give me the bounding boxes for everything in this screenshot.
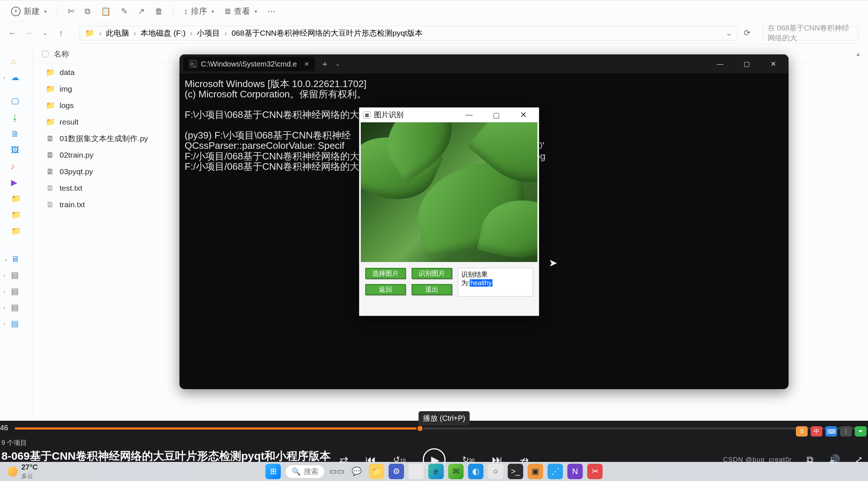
drive-icon[interactable]: ▤ [11,303,19,312]
maximize-button[interactable]: ▢ [735,54,758,73]
paste-icon[interactable]: 📋 [101,7,111,16]
app-icon[interactable]: ○ [488,464,504,479]
result-prefix: 为: [461,279,470,287]
folder-icon: 📁 [46,101,54,110]
badge-icon[interactable]: ⋮ [840,426,852,437]
chevron-down-icon: ▾ [44,8,47,14]
badge-icon[interactable]: 中 [811,426,822,437]
sort-label: 排序 [191,6,207,17]
app-icon[interactable]: ▣ [528,464,543,479]
folder-icon[interactable]: 📁 [11,210,21,220]
result-value: healthy [470,279,492,287]
copy-icon[interactable]: ⧉ [85,7,90,16]
badge-icon[interactable]: ⏷ [855,426,867,437]
wechat-icon[interactable]: ✉ [448,464,464,479]
taskview-icon[interactable]: ▭▭ [329,464,345,479]
progress-bar[interactable]: 46 播放 (Ctrl+P) [0,421,868,430]
checkbox[interactable] [42,51,49,57]
close-tab-icon[interactable]: ✕ [304,61,309,68]
drive-icon[interactable]: ▤ [11,287,19,296]
progress-knob[interactable] [416,425,424,432]
chevron-down-icon[interactable]: ⌄ [335,61,340,67]
explorer-icon[interactable]: 📁 [369,464,384,479]
delete-icon[interactable]: 🗑 [155,7,163,16]
crumb-dir2[interactable]: 068基于CNN卷积神经网络的大豆叶片形态检测pyqt版本 [231,28,422,38]
badge-icon[interactable]: ⌨ [825,426,837,437]
share-icon[interactable]: ↗ [138,7,145,16]
play-tooltip: 播放 (Ctrl+P) [419,411,470,426]
terminal-icon[interactable]: >_ [508,464,523,479]
drive-icon[interactable]: ▤ [11,270,19,280]
recognize-button[interactable]: 识别图片 [412,268,452,279]
sort-asc-icon[interactable]: ▲ [855,51,861,57]
desktop-icon[interactable]: 🖵 [11,97,19,107]
rename-icon[interactable]: ✎ [121,7,128,16]
downloads-icon[interactable]: ⭳ [11,113,19,123]
chevron-right-icon[interactable]: › [4,305,8,311]
result-textbox[interactable]: 识别结果 为:healthy [458,268,533,297]
breadcrumb[interactable]: 📁 › 此电脑 › 本地磁盘 (F:) › 小项目 › 068基于CNN卷积神经… [79,26,738,40]
chevron-right-icon[interactable]: › [4,272,8,278]
thispc-icon[interactable]: 🖥 [11,254,19,264]
music-icon[interactable]: ♪ [11,162,15,171]
onedrive-icon[interactable]: ☁ [11,73,19,82]
weather-widget[interactable]: 27°C 多云 [7,463,38,480]
drive-icon[interactable]: ▤ [11,319,19,329]
left-nav-rail[interactable]: ⌂ ›☁ 🖵 ⭳ 🗎 🖼 ♪ ▶ 📁 📁 📁 ⌄🖥 ›▤ ›▤ ›▤ ›▤ [0,44,33,421]
search-label: 搜索 [304,467,319,477]
minimize-button[interactable]: — [457,111,481,119]
home-icon[interactable]: ⌂ [11,57,16,66]
back-icon[interactable]: ← [7,28,18,38]
app-icon[interactable]: ◐ [468,464,484,479]
terminal-titlebar[interactable]: >_ C:\Windows\System32\cmd.e ✕ ＋ ⌄ — ▢ ✕ [179,54,789,73]
chevron-right-icon[interactable]: › [4,321,8,327]
more-icon[interactable]: ⋯ [267,7,275,16]
folder-icon[interactable]: 📁 [11,194,21,204]
start-icon[interactable]: ⊞ [266,464,281,479]
vscode-icon[interactable]: ⋰ [548,464,563,479]
folder-icon[interactable]: 📁 [11,226,21,236]
taskbar-search[interactable]: 🔍 搜索 [285,465,325,478]
chevron-down-icon[interactable]: ⌄ [4,256,8,262]
app-icon[interactable]: N [568,464,583,479]
chevron-right-icon[interactable]: › [4,288,8,294]
refresh-icon[interactable]: ⟳ [744,28,750,38]
documents-icon[interactable]: 🗎 [11,129,19,139]
col-name[interactable]: 名称 [54,49,69,59]
terminal-tab[interactable]: >_ C:\Windows\System32\cmd.e ✕ [183,57,315,71]
close-button[interactable]: ✕ [761,54,785,73]
dialog-titlebar[interactable]: ▦ 图片识别 — ▢ ✕ [359,108,539,122]
crumb-home[interactable]: 此电脑 [106,28,129,38]
chevron-down-icon[interactable]: ⌄ [40,29,50,36]
apple-icon[interactable] [409,464,424,479]
chat-icon[interactable]: 💬 [349,464,364,479]
search-input[interactable]: 在 068基于CNN卷积神经网络的大 [763,26,858,40]
back-button[interactable]: 返回 [365,284,406,295]
crumb-dir1[interactable]: 小项目 [197,28,220,38]
sort-button[interactable]: ↕ 排序 ▾ [184,6,214,17]
edge-icon[interactable]: e [428,464,444,479]
windows-taskbar[interactable]: 27°C 多云 ⊞ 🔍 搜索 ▭▭ 💬 📁 ⚙ e ✉ ◐ ○ >_ ▣ ⋰ N… [0,462,868,481]
badge-icon[interactable]: S [796,426,808,437]
cut-icon[interactable]: ✄ [68,7,74,16]
up-icon[interactable]: ↑ [56,28,66,38]
pyqt-dialog[interactable]: ▦ 图片识别 — ▢ ✕ 选择图片 返回 识别图片 退出 识别结果 为:heal… [359,107,539,316]
weather-text: 多云 [21,473,33,479]
exit-button[interactable]: 退出 [412,284,452,295]
minimize-button[interactable]: — [708,54,732,73]
chevron-down-icon[interactable]: ⌄ [726,29,732,37]
select-image-button[interactable]: 选择图片 [365,268,406,279]
snip-icon[interactable]: ✂ [587,464,603,479]
close-button[interactable]: ✕ [512,110,535,120]
chevron-right-icon[interactable]: › [4,75,8,80]
settings-icon[interactable]: ⚙ [389,464,404,479]
maximize-button[interactable]: ▢ [484,111,508,119]
add-tab-icon[interactable]: ＋ [321,58,329,69]
new-button[interactable]: + 新建 ▾ [11,6,47,17]
crumb-drive[interactable]: 本地磁盘 (F:) [140,28,185,38]
forward-icon[interactable]: → [24,28,34,38]
item-count: 9 个项目 [1,438,331,447]
pictures-icon[interactable]: 🖼 [11,146,19,155]
videos-icon[interactable]: ▶ [11,178,17,187]
view-button[interactable]: ≣ 查看 ▾ [224,6,257,17]
